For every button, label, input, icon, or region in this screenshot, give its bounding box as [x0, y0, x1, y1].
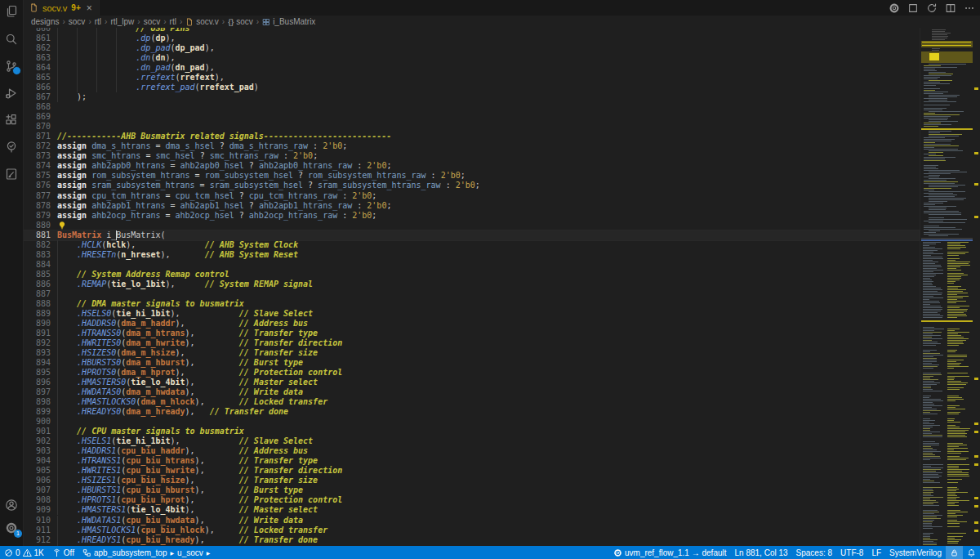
activity-notebook-icon[interactable] — [5, 168, 18, 181]
editor-pane[interactable]: 860 // USB Pins861 .dp(dp),862 .dp_pad(d… — [23, 28, 980, 546]
code-line-867[interactable]: 867 ); — [23, 92, 919, 102]
code-line-899[interactable]: 899 .HREADYS0(dma_m_hready), // Transfer… — [23, 407, 919, 417]
code-line-895[interactable]: 895 .HPROTS0(dma_m_hprot), // Protection… — [23, 368, 919, 378]
line-number: 912 — [23, 535, 51, 545]
more-actions-icon[interactable] — [964, 2, 975, 14]
activity-settings-icon[interactable]: 1 — [5, 521, 18, 534]
code-line-871[interactable]: 871//-----------AHB Busmatrix related si… — [23, 132, 919, 141]
status-module-scope[interactable]: apb_subsystem_top▶u_socv▶ — [78, 546, 215, 559]
code-line-904[interactable]: 904 .HTRANSS1(cpu_biu_htrans), // Transf… — [23, 456, 919, 466]
code-line-892[interactable]: 892 .HWRITES0(dma_m_hwrite), // Transfer… — [23, 338, 919, 348]
code-line-870[interactable]: 870 — [23, 122, 919, 132]
code-line-905[interactable]: 905 .HWRITES1(cpu_biu_hwrite), // Transf… — [23, 466, 919, 476]
code-line-879[interactable]: 879assign ahb2ocp_htrans = ahb2ocp_hsel … — [23, 211, 919, 221]
code-line-880[interactable]: 880 — [23, 221, 919, 230]
breadcrumb-item[interactable]: {}socv — [228, 17, 253, 26]
sync-icon[interactable] — [926, 2, 938, 14]
code-line-902[interactable]: 902 .HSELS1(tie_hi_1bit), // Slave Selec… — [23, 436, 919, 446]
status-profile[interactable]: uvm_ref_flow_1.1 → default — [609, 546, 731, 559]
code-line-869[interactable]: 869 — [23, 112, 919, 122]
code-line-878[interactable]: 878assign ahb2apb1_htrans = ahb2apb1_hse… — [23, 201, 919, 211]
code-line-861[interactable]: 861 .dp(dp), — [23, 34, 919, 43]
status-remote-indicator[interactable]: Off — [48, 546, 78, 559]
status-problems[interactable]: 01K — [0, 546, 48, 559]
code-line-907[interactable]: 907 .HBURSTS1(cpu_biu_hburst), // Burst … — [23, 485, 919, 495]
activity-explorer-icon[interactable] — [5, 5, 18, 18]
close-icon[interactable]: × — [87, 3, 92, 13]
code-line-883[interactable]: 883 .HRESETn(n_hreset), // AHB System Re… — [23, 250, 919, 260]
tab-socv-v[interactable]: socv.v 9+ × — [23, 0, 100, 16]
line-number: 873 — [23, 151, 51, 161]
code-line-890[interactable]: 890 .HADDRS0(dma_m_haddr), // Address bu… — [23, 319, 919, 329]
status-encoding[interactable]: UTF-8 — [836, 546, 867, 559]
status-lock[interactable] — [946, 546, 963, 559]
code-line-912[interactable]: 912 .HREADYS1(cpu_biu_hready), // Transf… — [23, 535, 919, 545]
breadcrumb-item[interactable]: i_BusMatrix — [262, 17, 315, 26]
code-line-866[interactable]: 866 .rrefext_pad(rrefext_pad) — [23, 83, 919, 92]
activity-account-icon[interactable] — [5, 499, 18, 512]
code-line-868[interactable]: 868 — [23, 102, 919, 112]
status-language-mode[interactable]: SystemVerilog — [885, 546, 946, 559]
breadcrumb-item[interactable]: designs — [31, 17, 59, 26]
code-line-909[interactable]: 909 .HMASTERS1(tie_lo_4bit), // Master s… — [23, 505, 919, 515]
code-line-896[interactable]: 896 .HMASTERS0(tie_lo_4bit), // Master s… — [23, 378, 919, 387]
breadcrumb-item[interactable]: rtl — [170, 17, 176, 26]
breadcrumb-item[interactable]: socv.v — [185, 17, 219, 26]
code-line-881[interactable]: 881BusMatrix i_BusMatrix( — [23, 230, 919, 240]
status-eol[interactable]: LF — [867, 546, 885, 559]
code-line-891[interactable]: 891 .HTRANSS0(dma_m_htrans), // Transfer… — [23, 329, 919, 338]
activity-search-icon[interactable] — [5, 33, 18, 46]
code-line-862[interactable]: 862 .dp_pad(dp_pad), — [23, 43, 919, 53]
line-number: 882 — [23, 240, 51, 250]
code-line-906[interactable]: 906 .HSIZES1(cpu_biu_hsize), // Transfer… — [23, 476, 919, 485]
code-line-893[interactable]: 893 .HSIZES0(dma_m_hsize), // Transfer s… — [23, 348, 919, 358]
code-line-860[interactable]: 860 // USB Pins — [23, 28, 919, 34]
code-line-888[interactable]: 888 // DMA master signals to busmatrix — [23, 299, 919, 309]
code-line-898[interactable]: 898 .HMASTLOCKS0(dma_m_hlock), // Locked… — [23, 397, 919, 407]
code-line-873[interactable]: 873assign smc_htrans = smc_hsel ? smc_ht… — [23, 151, 919, 161]
code-line-876[interactable]: 876assign sram_subsystem_htrans = sram_s… — [23, 181, 919, 190]
line-number: 872 — [23, 141, 51, 151]
code-line-887[interactable]: 887 — [23, 289, 919, 299]
code-line-865[interactable]: 865 .rrefext(rrefext), — [23, 73, 919, 83]
breadcrumb-item[interactable]: socv — [69, 17, 86, 26]
square-icon[interactable] — [907, 2, 919, 14]
code-line-900[interactable]: 900 — [23, 417, 919, 427]
code-area[interactable]: 860 // USB Pins861 .dp(dp),862 .dp_pad(d… — [23, 28, 980, 546]
code-line-872[interactable]: 872assign dma_s_htrans = dma_s_hsel ? dm… — [23, 141, 919, 151]
lightbulb-icon[interactable] — [57, 221, 67, 230]
code-line-886[interactable]: 886 .REMAP(tie_lo_1bit), // System REMAP… — [23, 280, 919, 289]
breadcrumb-item[interactable]: rtl — [95, 17, 101, 26]
status-notifications[interactable] — [963, 546, 980, 559]
status-cursor-position[interactable]: Ln 881, Col 13 — [731, 546, 792, 559]
code-line-875[interactable]: 875assign rom_subsystem_htrans = rom_sub… — [23, 171, 919, 181]
activity-source-control-icon[interactable] — [5, 60, 18, 73]
code-line-911[interactable]: 911 .HMASTLOCKS1(cpu_biu_hlock), // Lock… — [23, 525, 919, 535]
code-line-864[interactable]: 864 .dn_pad(dn_pad), — [23, 63, 919, 73]
triangle-separator-icon: ▶ — [206, 550, 212, 556]
code-line-908[interactable]: 908 .HPROTS1(cpu_biu_hprot), // Protecti… — [23, 495, 919, 505]
status-indentation[interactable]: Spaces: 8 — [792, 546, 836, 559]
code-line-884[interactable]: 884 — [23, 260, 919, 270]
code-line-901[interactable]: 901 // CPU master signals to busmatrix — [23, 427, 919, 436]
code-line-882[interactable]: 882 .HCLK(hclk), // AHB System Clock — [23, 240, 919, 250]
code-line-863[interactable]: 863 .dn(dn), — [23, 53, 919, 63]
line-number: 881 — [23, 230, 51, 240]
code-line-894[interactable]: 894 .HBURSTS0(dma_m_hburst), // Burst ty… — [23, 358, 919, 368]
activity-run-debug-icon[interactable] — [5, 87, 18, 100]
gear-icon[interactable] — [889, 2, 900, 14]
code-line-889[interactable]: 889 .HSELS0(tie_hi_1bit), // Slave Selec… — [23, 309, 919, 319]
activity-testing-icon[interactable] — [5, 141, 18, 154]
code-line-910[interactable]: 910 .HWDATAS1(cpu_biu_hwdata), // Write … — [23, 516, 919, 525]
code-line-874[interactable]: 874assign ahb2apb0_htrans = ahb2apb0_hse… — [23, 161, 919, 171]
code-line-877[interactable]: 877assign cpu_tcm_htrans = cpu_tcm_hsel … — [23, 191, 919, 201]
code-line-897[interactable]: 897 .HWDATAS0(dma_m_hwdata), // Write da… — [23, 387, 919, 397]
split-editor-icon[interactable] — [945, 2, 956, 14]
code-line-885[interactable]: 885 // System Address Remap control — [23, 270, 919, 280]
minimap[interactable] — [920, 28, 973, 546]
activity-extensions-icon[interactable] — [5, 114, 18, 127]
tab-problems-badge: 9+ — [71, 3, 80, 12]
breadcrumb-item[interactable]: rtl_lpw — [110, 17, 134, 26]
code-line-903[interactable]: 903 .HADDRS1(cpu_biu_haddr), // Address … — [23, 446, 919, 456]
breadcrumb-item[interactable]: socv — [144, 17, 161, 26]
